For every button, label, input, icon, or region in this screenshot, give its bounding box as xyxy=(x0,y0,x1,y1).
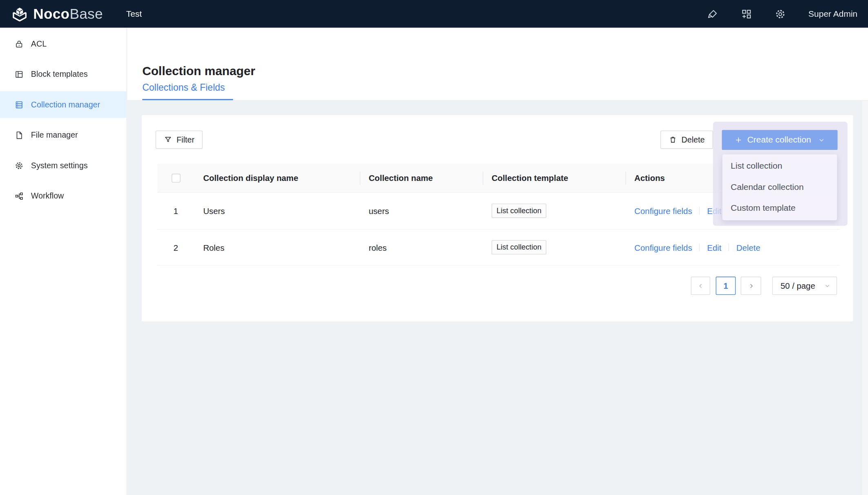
nocobase-logo[interactable]: NocoBase xyxy=(11,6,103,22)
caret-down-icon xyxy=(824,283,830,289)
sidebar-item-label: Workflow xyxy=(31,192,64,201)
chevron-right-icon xyxy=(747,283,754,289)
workflow-icon xyxy=(14,191,24,201)
plus-icon xyxy=(734,136,742,144)
configure-fields-link[interactable]: Configure fields xyxy=(634,243,692,252)
sidebar-item-label: System settings xyxy=(31,161,88,170)
user-menu[interactable]: Super Admin xyxy=(808,9,857,19)
collection-display-name: Users xyxy=(194,192,360,229)
column-separator xyxy=(360,172,360,185)
navbar-right: Super Admin xyxy=(707,8,868,20)
database-icon xyxy=(14,100,24,109)
highlighter-icon[interactable] xyxy=(707,8,718,20)
create-collection-overlay: Create collection List collection Calend… xyxy=(713,122,848,226)
top-navbar: NocoBase Test xyxy=(0,0,868,28)
pagination-prev-button[interactable] xyxy=(691,276,710,295)
collection-name: roles xyxy=(360,230,483,265)
page-size-value: 50 / page xyxy=(781,281,815,290)
caret-down-icon xyxy=(818,137,825,143)
content-area: Filter Delete Collection display name Co… xyxy=(128,101,868,495)
sidebar-item-block-templates[interactable]: Block templates xyxy=(0,61,126,87)
sidebar-item-acl[interactable]: ACL xyxy=(0,31,126,57)
scrollbar-track[interactable] xyxy=(862,101,868,495)
tab-collections-fields[interactable]: Collections & Fields xyxy=(142,82,225,94)
action-divider xyxy=(699,243,700,251)
column-header-display-name: Collection display name xyxy=(194,164,360,192)
sidebar-item-workflow[interactable]: Workflow xyxy=(0,183,126,209)
column-header-name: Collection name xyxy=(360,164,483,192)
sidebar-item-collection-manager[interactable]: Collection manager xyxy=(0,91,126,118)
sidebar: ACL Block templates Collection manager xyxy=(0,28,127,495)
layout-icon xyxy=(14,69,24,79)
menu-item-custom-template[interactable]: Custom template xyxy=(723,198,837,219)
delete-button-label: Delete xyxy=(682,135,705,144)
edit-link[interactable]: Edit xyxy=(707,243,721,252)
brand-name: NocoBase xyxy=(33,7,103,21)
pagination-next-button[interactable] xyxy=(740,276,761,295)
create-collection-menu: List collection Calendar collection Cust… xyxy=(723,154,837,220)
action-divider xyxy=(729,243,729,251)
column-header-template: Collection template xyxy=(483,164,625,192)
page-size-select[interactable]: 50 / page xyxy=(772,276,837,295)
create-collection-button[interactable]: Create collection xyxy=(722,130,837,150)
sidebar-item-label: Collection manager xyxy=(31,100,100,109)
page-header: Collection manager Collections & Fields xyxy=(128,28,868,101)
delete-button[interactable]: Delete xyxy=(660,131,713,149)
configure-fields-link[interactable]: Configure fields xyxy=(634,206,692,216)
lock-icon xyxy=(14,39,24,48)
sidebar-item-file-manager[interactable]: File manager xyxy=(0,122,126,148)
funnel-icon xyxy=(164,136,172,144)
pagination-current-page: 1 xyxy=(723,281,728,290)
row-index: 1 xyxy=(157,192,195,229)
table-row: 2 Roles roles List collection Configure … xyxy=(157,230,840,265)
chevron-left-icon xyxy=(697,283,704,289)
page-title: Collection manager xyxy=(142,64,255,78)
select-all-checkbox[interactable] xyxy=(171,174,180,183)
collection-display-name: Roles xyxy=(194,230,360,265)
menu-item-calendar-collection[interactable]: Calendar collection xyxy=(723,176,837,197)
pagination-page-1[interactable]: 1 xyxy=(716,276,736,295)
collection-template-tag: List collection xyxy=(492,240,546,254)
create-collection-button-label: Create collection xyxy=(747,135,811,145)
app-window: NocoBase Test xyxy=(0,0,868,495)
trash-icon xyxy=(669,136,677,144)
row-index: 2 xyxy=(157,230,195,265)
collection-template-tag: List collection xyxy=(492,204,546,218)
collection-name: users xyxy=(360,192,483,229)
active-tab-underline xyxy=(142,99,233,100)
settings-icon[interactable] xyxy=(774,8,786,20)
delete-link[interactable]: Delete xyxy=(736,243,761,252)
filter-button[interactable]: Filter xyxy=(156,131,203,149)
file-icon xyxy=(14,130,24,140)
sidebar-item-label: File manager xyxy=(31,131,78,140)
sidebar-item-label: Block templates xyxy=(31,70,88,79)
menu-item-list-collection[interactable]: List collection xyxy=(723,156,837,176)
sidebar-item-label: ACL xyxy=(31,39,47,48)
nav-item-test[interactable]: Test xyxy=(126,9,142,19)
filter-button-label: Filter xyxy=(177,135,195,144)
gear-icon xyxy=(14,161,24,170)
column-separator xyxy=(483,172,483,185)
action-divider xyxy=(699,207,700,215)
column-separator xyxy=(626,172,626,185)
plugin-manager-icon[interactable] xyxy=(741,8,752,20)
cube-icon xyxy=(11,6,28,22)
sidebar-item-system-settings[interactable]: System settings xyxy=(0,152,126,179)
